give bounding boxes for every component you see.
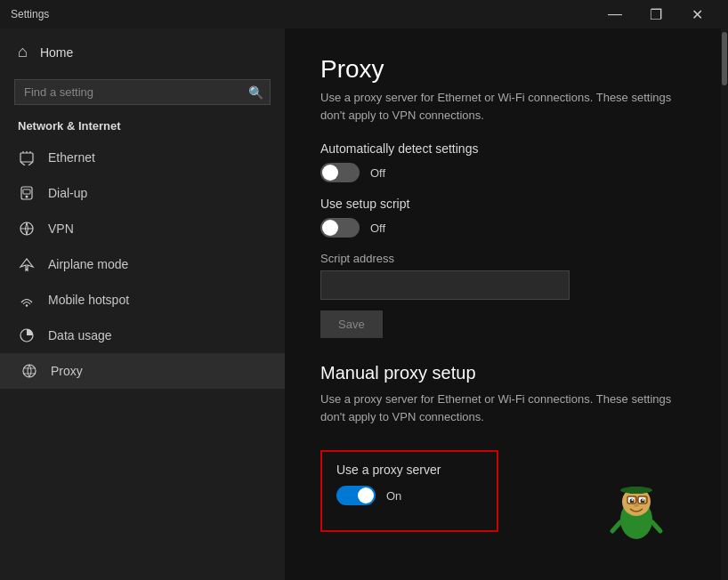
svg-point-24	[632, 499, 634, 501]
sidebar-item-datausage-label: Data usage	[48, 328, 112, 342]
page-title: Proxy	[320, 55, 685, 84]
svg-point-25	[643, 499, 644, 501]
data-icon	[18, 327, 36, 343]
app-body: ⌂ Home 🔍 Network & Internet	[0, 28, 728, 580]
svg-point-13	[23, 365, 36, 377]
manual-section-title: Manual proxy setup	[320, 363, 685, 383]
auto-section-desc: Use a proxy server for Ethernet or Wi-Fi…	[320, 89, 685, 124]
sidebar: ⌂ Home 🔍 Network & Internet	[0, 28, 285, 580]
auto-detect-toggle[interactable]	[320, 163, 360, 182]
setup-script-toggle-knob	[322, 220, 338, 236]
ethernet-icon	[18, 149, 36, 165]
svg-point-7	[26, 196, 28, 198]
scrollbar-thumb[interactable]	[722, 32, 727, 85]
airplane-icon	[18, 256, 36, 272]
minimize-button[interactable]: —	[595, 0, 635, 28]
use-proxy-toggle[interactable]	[336, 486, 376, 505]
sidebar-item-proxy-label: Proxy	[51, 364, 83, 378]
search-icon: 🔍	[248, 85, 263, 100]
sidebar-item-dialup[interactable]: Dial-up	[0, 175, 285, 211]
vpn-icon	[18, 221, 36, 237]
mascot-image	[605, 482, 667, 544]
setup-script-toggle-row: Off	[320, 218, 685, 238]
sidebar-section-title: Network & Internet	[0, 116, 285, 140]
script-address-label: Script address	[320, 252, 685, 265]
scrollbar[interactable]	[721, 28, 728, 580]
svg-line-5	[28, 162, 33, 165]
auto-detect-toggle-knob	[322, 165, 338, 181]
close-button[interactable]: ✕	[676, 0, 717, 28]
manual-section-desc: Use a proxy server for Ethernet or Wi-Fi…	[320, 391, 685, 425]
use-proxy-server-label: Use a proxy server	[336, 463, 482, 477]
hotspot-icon	[18, 292, 36, 308]
svg-point-29	[634, 503, 639, 507]
svg-line-4	[20, 162, 25, 165]
sidebar-item-hotspot-label: Mobile hotspot	[48, 293, 129, 307]
home-nav-item[interactable]: ⌂ Home	[0, 28, 285, 76]
use-proxy-toggle-row: On	[336, 486, 482, 505]
sidebar-item-airplane-label: Airplane mode	[48, 257, 128, 271]
use-proxy-server-box: Use a proxy server On	[320, 450, 498, 532]
use-proxy-toggle-knob	[358, 487, 374, 503]
dialup-icon	[18, 185, 36, 201]
app-title: Settings	[11, 8, 595, 20]
main-content: Proxy Use a proxy server for Ethernet or…	[285, 28, 721, 580]
sidebar-item-vpn-label: VPN	[48, 222, 74, 236]
setup-script-label: Use setup script	[320, 197, 685, 211]
auto-detect-label: Automatically detect settings	[320, 141, 685, 156]
setup-script-value: Off	[370, 222, 385, 235]
svg-rect-0	[20, 153, 33, 162]
svg-line-31	[652, 522, 660, 531]
sidebar-item-datausage[interactable]: Data usage	[0, 318, 285, 353]
sidebar-item-vpn[interactable]: VPN	[0, 211, 285, 246]
svg-rect-8	[23, 189, 30, 194]
auto-detect-value: Off	[370, 166, 385, 180]
auto-detect-toggle-row: Off	[320, 163, 685, 182]
title-bar: Settings — ❐ ✕	[0, 0, 728, 28]
proxy-icon	[20, 363, 38, 379]
svg-point-11	[26, 304, 28, 306]
sidebar-item-dialup-label: Dial-up	[48, 186, 87, 200]
use-proxy-value: On	[386, 489, 401, 503]
home-label: Home	[40, 45, 73, 60]
window-controls: — ❐ ✕	[595, 0, 717, 28]
restore-button[interactable]: ❐	[635, 0, 676, 28]
sidebar-item-ethernet[interactable]: Ethernet	[0, 140, 285, 175]
search-input[interactable]	[14, 79, 271, 105]
search-container: 🔍	[14, 79, 271, 105]
setup-script-toggle[interactable]	[320, 218, 360, 238]
save-button[interactable]: Save	[320, 310, 383, 338]
script-address-input[interactable]	[320, 270, 570, 300]
sidebar-item-airplane[interactable]: Airplane mode	[0, 246, 285, 282]
sidebar-nav: Ethernet Dial-up	[0, 140, 285, 580]
sidebar-item-hotspot[interactable]: Mobile hotspot	[0, 282, 285, 318]
sidebar-item-ethernet-label: Ethernet	[48, 150, 95, 165]
svg-line-30	[612, 522, 620, 531]
sidebar-item-proxy[interactable]: Proxy	[0, 353, 285, 389]
home-icon: ⌂	[18, 43, 28, 61]
svg-rect-19	[630, 487, 643, 494]
